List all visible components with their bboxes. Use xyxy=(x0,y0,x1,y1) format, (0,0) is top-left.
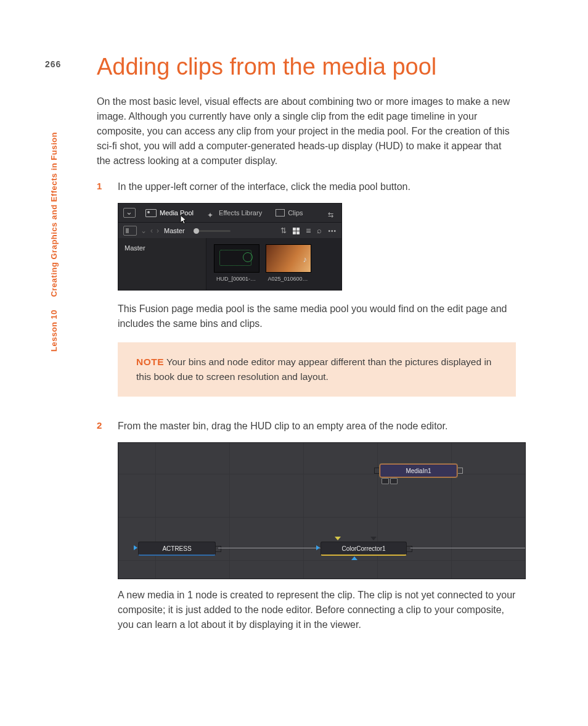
node-connection-wire xyxy=(218,548,321,548)
lesson-title: Creating Graphics and Effects in Fusion xyxy=(49,132,59,297)
media-pool-toolbar: ⌄ ‹ › Master xyxy=(118,223,341,239)
node-input-triangle-icon[interactable] xyxy=(134,545,137,550)
link-icon[interactable] xyxy=(328,210,337,216)
note-text: Your bins and node editor may appear dif… xyxy=(136,357,491,382)
node-output-port[interactable] xyxy=(406,546,412,552)
node-actress[interactable]: ACTRESS xyxy=(138,542,221,556)
bin-view-toggle-icon[interactable] xyxy=(123,226,137,236)
node-effect-input-icon[interactable] xyxy=(370,537,377,540)
node-connection-wire xyxy=(410,548,525,548)
list-view-icon[interactable] xyxy=(306,225,311,237)
step-2-after-text: A new media in 1 node is created to repr… xyxy=(118,588,516,632)
clips-icon xyxy=(276,209,285,217)
node-mask-input-icon[interactable] xyxy=(335,537,341,540)
node-output-port[interactable] xyxy=(215,546,221,552)
grid-view-icon[interactable] xyxy=(293,228,300,234)
clip-hud-thumbnail xyxy=(214,244,259,273)
nav-forward-icon[interactable]: › xyxy=(157,225,159,236)
tab-effects-label: Effects Library xyxy=(219,208,262,218)
mouse-cursor-icon xyxy=(180,215,187,225)
step-1-text: In the upper-left corner of the interfac… xyxy=(118,179,516,194)
step-1-number: 1 xyxy=(97,179,102,194)
bin-sidebar: Master xyxy=(118,238,206,290)
clip-thumbnails: HUD_[00001-… A025_010600… xyxy=(206,238,341,290)
node-viewer-toggles[interactable] xyxy=(382,478,398,484)
effects-icon xyxy=(207,210,216,216)
media-pool-icon xyxy=(145,209,157,217)
node-colorcorrector1[interactable]: ColorCorrector1 xyxy=(321,542,412,556)
step-2: 2 From the master bin, drag the HUD clip… xyxy=(84,419,528,641)
step-2-number: 2 xyxy=(97,419,102,433)
step-2-text: From the master bin, drag the HUD clip t… xyxy=(118,419,516,434)
page-number: 266 xyxy=(45,58,61,71)
sort-icon[interactable] xyxy=(280,225,287,236)
more-options-icon[interactable] xyxy=(328,226,337,236)
nav-back-icon[interactable]: ‹ xyxy=(150,225,153,236)
node-output-port[interactable] xyxy=(457,468,463,474)
node-cc-label: ColorCorrector1 xyxy=(341,544,385,553)
tab-effects-library[interactable]: Effects Library xyxy=(203,204,266,222)
note-box: NOTE Your bins and node editor may appea… xyxy=(118,342,516,397)
clip-a025-label: A025_010600… xyxy=(266,275,310,284)
clip-hud[interactable]: HUD_[00001-… xyxy=(214,244,258,286)
intro-paragraph: On the most basic level, visual effects … xyxy=(97,94,516,168)
bin-master[interactable]: Master xyxy=(125,243,200,254)
breadcrumb[interactable]: Master xyxy=(164,226,185,236)
node-mediain1-label: MediaIn1 xyxy=(406,466,431,476)
figure-node-editor: MediaIn1 ACTRESS ColorCorrector1 xyxy=(118,442,526,579)
media-pool-top-tabs: Media Pool Effects Library Clips xyxy=(118,204,341,223)
tab-clips[interactable]: Clips xyxy=(272,204,306,222)
node-mediain1[interactable]: MediaIn1 xyxy=(374,464,463,477)
chevron-down-icon[interactable]: ⌄ xyxy=(141,225,147,236)
node-input-triangle-icon[interactable] xyxy=(316,545,320,550)
tab-media-pool[interactable]: Media Pool xyxy=(142,204,197,222)
node-actress-label: ACTRESS xyxy=(162,544,191,553)
search-icon[interactable] xyxy=(317,225,322,237)
node-output-triangle-icon[interactable] xyxy=(351,556,357,560)
tab-media-pool-label: Media Pool xyxy=(160,208,194,218)
tab-clips-label: Clips xyxy=(288,208,303,218)
clip-hud-label: HUD_[00001-… xyxy=(214,275,258,284)
clip-a025-thumbnail xyxy=(266,244,311,273)
page-title: Adding clips from the media pool xyxy=(97,49,516,85)
thumbnail-size-slider[interactable] xyxy=(194,230,231,232)
figure-media-pool: Media Pool Effects Library Clips xyxy=(118,203,342,291)
step-1: 1 In the upper-left corner of the interf… xyxy=(84,179,528,419)
lesson-side-label: Lesson 10 Creating Graphics and Effects … xyxy=(48,93,60,352)
step-1-after-text: This Fusion page media pool is the same … xyxy=(118,302,516,331)
dropdown-toggle-icon[interactable] xyxy=(123,208,136,218)
clip-a025[interactable]: A025_010600… xyxy=(266,244,310,286)
note-label: NOTE xyxy=(136,357,164,367)
lesson-number: Lesson 10 xyxy=(49,310,59,352)
